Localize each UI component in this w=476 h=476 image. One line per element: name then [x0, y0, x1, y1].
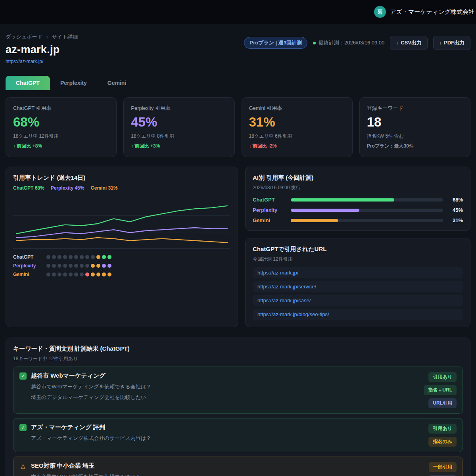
stat-card-gemini: Gemini 引用率 31% 18クエリ中 6件引用 ↓ 前回比 -2%: [242, 97, 353, 157]
stat-value: 18: [367, 115, 463, 130]
keyword-badges: 一部引用 URL引用: [428, 462, 457, 476]
ai-bar-chart: ChatGPT 68% Perplexity 45% Gemini 31%: [253, 197, 463, 223]
avatar-initial: 菊: [378, 8, 383, 15]
download-icon: ↓: [396, 40, 398, 46]
legend-perplexity: Perplexity 45%: [51, 185, 84, 191]
stat-sub: 指名KW 5件 含む: [367, 133, 463, 140]
bar-label: ChatGPT: [253, 197, 286, 203]
stat-value: 45%: [131, 115, 227, 130]
trend-panel: 引用率トレンド (過去14日) ChatGPT 68% Perplexity 4…: [6, 167, 238, 327]
cited-url-list: https://az-mark.jp/ https://az-mark.jp/s…: [253, 267, 463, 320]
stat-card-perplexity: Perplexity 引用率 45% 18クエリ中 8件引用 ↑ 前回比 +3%: [123, 97, 234, 157]
stat-sub: 18クエリ中 6件引用: [249, 133, 345, 140]
keyword-row: ✓ アズ・マーケティング 評判 アズ・マーケティング株式会社のサービス内容は？ …: [13, 418, 463, 452]
status-badge: 引用あり: [428, 372, 457, 382]
main-content: ダッシュボード › サイト詳細 az-mark.jp https://az-ma…: [0, 24, 476, 476]
dot-row-label: ChatGPT: [13, 254, 46, 260]
bar-row-chatgpt: ChatGPT 68%: [253, 197, 463, 203]
breadcrumb-dashboard[interactable]: ダッシュボード: [6, 34, 42, 40]
trend-line-chart: [13, 196, 230, 251]
pdf-export-button[interactable]: ↓ PDF出力: [433, 36, 470, 50]
ai-tabs: ChatGPT Perplexity Gemini: [6, 76, 470, 90]
csv-export-label: CSV出力: [401, 39, 422, 46]
status-badge: URL引用: [428, 398, 457, 408]
csv-export-button[interactable]: ↓ CSV出力: [390, 36, 428, 50]
legend-gemini: Gemini 31%: [90, 185, 117, 191]
plan-badge: Proプラン | 週3回計測: [244, 37, 307, 49]
bar-fill: [291, 198, 394, 202]
dot-row-label: Perplexity: [13, 263, 46, 269]
stat-title: Perplexity 引用率: [131, 105, 227, 112]
keyword-results-subtitle: 18キーワード中 12件引用あり: [13, 355, 463, 362]
cited-url-link[interactable]: https://az-mark.jp/case/: [253, 295, 463, 306]
status-badge: 引用あり: [428, 424, 457, 434]
stat-value: 68%: [13, 115, 109, 130]
status-badge: 一部引用: [429, 462, 457, 472]
status-dot: [313, 42, 316, 44]
ai-breakdown-subtitle: 2026/03/16 09:00 実行: [253, 184, 463, 191]
dot-row-dots: [46, 255, 111, 259]
stat-card-keywords: 登録キーワード 18 指名KW 5件 含む Proプラン：最大30件: [359, 97, 470, 157]
keyword-title-row: △ SEO対策 中小企業 埼玉: [19, 462, 141, 470]
bar-value: 68%: [448, 197, 463, 203]
bar-row-perplexity: Perplexity 45%: [253, 207, 463, 213]
cited-url-link[interactable]: https://az-mark.jp/: [253, 267, 463, 278]
pdf-export-label: PDF出力: [444, 39, 464, 46]
breadcrumb: ダッシュボード › サイト詳細: [6, 33, 78, 40]
account-menu[interactable]: 菊 アズ・マーケティング株式会社: [374, 6, 474, 18]
topbar: 菊 アズ・マーケティング株式会社: [0, 0, 476, 24]
cited-url-link[interactable]: https://az-mark.jp/blog/seo-tips/: [253, 309, 463, 320]
keyword-badges: 引用あり 指名＋URL URL引用: [424, 372, 457, 408]
stat-value: 31%: [249, 115, 345, 130]
cited-url-link[interactable]: https://az-mark.jp/service/: [253, 281, 463, 292]
cited-urls-panel: ChatGPTで引用されたURL 今回計測 12件引用 https://az-m…: [245, 238, 470, 327]
bar-label: Gemini: [253, 217, 286, 223]
cited-urls-title: ChatGPTで引用されたURL: [253, 246, 463, 253]
stat-title: 登録キーワード: [367, 105, 463, 112]
bar-fill: [291, 219, 338, 222]
dot-row-dots: [46, 264, 111, 268]
keyword-title: アズ・マーケティング 評判: [31, 424, 105, 431]
tab-perplexity[interactable]: Perplexity: [50, 76, 97, 90]
keyword-row-content: ✓ 越谷市 Webマーケティング 越谷市でWebマーケティングを依頼できる会社は…: [19, 372, 151, 408]
last-measured-text: 最終計測：2026/03/16 09:00: [319, 39, 384, 46]
bar-value: 45%: [448, 207, 463, 213]
check-icon: ✓: [19, 424, 27, 431]
company-name: アズ・マーケティング株式会社: [390, 8, 474, 16]
keyword-badges: 引用あり 指名のみ: [428, 424, 457, 447]
bar-track: [291, 198, 443, 202]
site-url-link[interactable]: https://az-mark.jp/: [6, 59, 43, 64]
bar-fill: [291, 209, 359, 212]
stat-sub: 18クエリ中 12件引用: [13, 133, 109, 140]
stat-delta: Proプラン：最大30件: [367, 143, 463, 150]
avatar: 菊: [374, 6, 386, 18]
stat-delta: ↑ 前回比 +3%: [131, 143, 227, 150]
keyword-query: 中小企業向けSEO対策を埼玉で依頼するには？: [31, 473, 141, 476]
download-icon: ↓: [439, 40, 441, 46]
keyword-row-content: △ SEO対策 中小企業 埼玉 中小企業向けSEO対策を埼玉で依頼するには？: [19, 462, 141, 476]
stat-title: ChatGPT 引用率: [13, 105, 109, 112]
keyword-row: ✓ 越谷市 Webマーケティング 越谷市でWebマーケティングを依頼できる会社は…: [13, 367, 463, 414]
keyword-title-row: ✓ 越谷市 Webマーケティング: [19, 372, 151, 380]
keyword-row: △ SEO対策 中小企業 埼玉 中小企業向けSEO対策を埼玉で依頼するには？ 一…: [13, 457, 463, 476]
check-icon: ✓: [19, 372, 27, 380]
tab-gemini[interactable]: Gemini: [97, 76, 136, 90]
dot-row-label: Gemini: [13, 272, 46, 277]
bar-row-gemini: Gemini 31%: [253, 217, 463, 223]
status-badge: 指名＋URL: [424, 385, 457, 395]
keyword-row-content: ✓ アズ・マーケティング 評判 アズ・マーケティング株式会社のサービス内容は？: [19, 424, 151, 447]
trend-title: 引用率トレンド (過去14日): [13, 174, 230, 182]
tab-chatgpt[interactable]: ChatGPT: [6, 76, 50, 90]
keyword-results-title: キーワード・質問文別 計測結果 (ChatGPT): [13, 345, 463, 353]
breadcrumb-site-detail: サイト詳細: [52, 34, 78, 40]
dot-row-gemini: Gemini: [13, 272, 230, 277]
dot-row-chatgpt: ChatGPT: [13, 254, 230, 260]
ai-breakdown-panel: AI別 引用率 (今回計測) 2026/03/16 09:00 実行 ChatG…: [245, 167, 470, 231]
warning-triangle-icon: △: [19, 463, 27, 470]
right-column: AI別 引用率 (今回計測) 2026/03/16 09:00 実行 ChatG…: [245, 167, 470, 327]
dot-row-perplexity: Perplexity: [13, 263, 230, 269]
keyword-results-panel: キーワード・質問文別 計測結果 (ChatGPT) 18キーワード中 12件引用…: [6, 338, 470, 476]
ai-breakdown-title: AI別 引用率 (今回計測): [253, 174, 463, 182]
stat-card-chatgpt: ChatGPT 引用率 68% 18クエリ中 12件引用 ↑ 前回比 +8%: [6, 97, 117, 157]
breadcrumb-separator: ›: [46, 34, 48, 40]
